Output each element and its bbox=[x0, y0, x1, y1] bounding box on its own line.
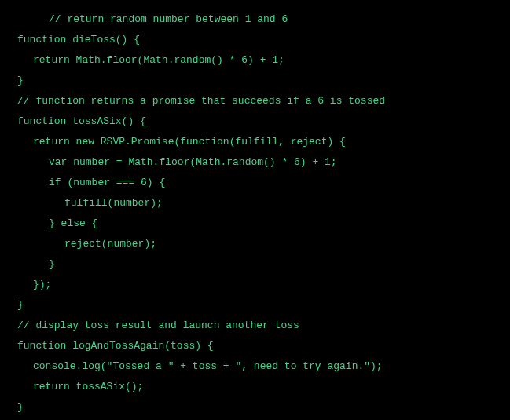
code-line: } bbox=[17, 397, 493, 418]
code-line: } else { bbox=[17, 214, 493, 234]
code-line: } bbox=[17, 295, 493, 316]
code-line: var number = Math.floor(Math.random() * … bbox=[17, 152, 493, 173]
code-line: reject(number); bbox=[17, 234, 493, 254]
code-line: // return random number between 1 and 6 bbox=[17, 9, 493, 30]
code-line: } bbox=[17, 71, 493, 91]
code-block: // return random number between 1 and 6 … bbox=[17, 9, 493, 418]
code-line: } bbox=[17, 254, 493, 275]
code-line: function logAndTossAgain(toss) { bbox=[17, 336, 493, 356]
code-line: if (number === 6) { bbox=[17, 173, 493, 193]
code-line: return tossASix(); bbox=[17, 377, 493, 397]
code-line: function tossASix() { bbox=[17, 111, 493, 132]
code-line: // display toss result and launch anothe… bbox=[17, 316, 493, 336]
code-line: console.log("Tossed a " + toss + ", need… bbox=[17, 356, 493, 377]
code-line: return new RSVP.Promise(function(fulfill… bbox=[17, 132, 493, 152]
code-line: return Math.floor(Math.random() * 6) + 1… bbox=[17, 50, 493, 71]
code-line: // function returns a promise that succe… bbox=[17, 91, 493, 111]
code-line: function dieToss() { bbox=[17, 30, 493, 50]
code-line: }); bbox=[17, 275, 493, 295]
code-line: fulfill(number); bbox=[17, 193, 493, 214]
